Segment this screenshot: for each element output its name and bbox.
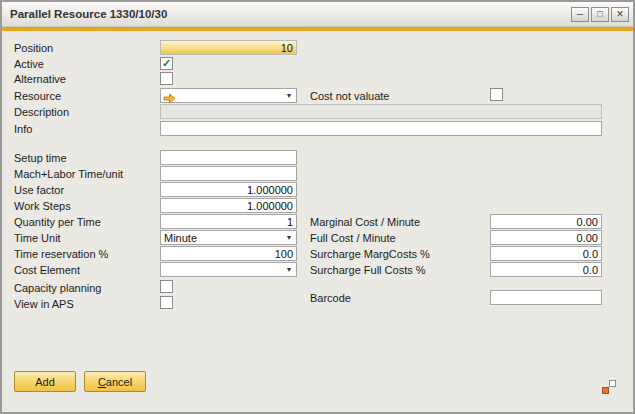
quantity-per-time-input[interactable] xyxy=(160,214,297,229)
marginal-cost-minute-label: Marginal Cost / Minute xyxy=(310,216,420,228)
work-steps-input[interactable] xyxy=(160,198,297,213)
active-label: Active xyxy=(14,58,44,70)
resource-select[interactable]: ▼ xyxy=(160,88,297,103)
add-button[interactable]: Add xyxy=(14,371,76,392)
active-checkbox[interactable]: ✓ xyxy=(160,57,173,70)
maximize-icon: □ xyxy=(597,10,602,19)
position-input[interactable] xyxy=(160,40,297,55)
info-label: Info xyxy=(14,123,32,135)
cost-not-valuate-checkbox[interactable]: ✓ xyxy=(490,88,503,101)
maximize-button[interactable]: □ xyxy=(591,7,609,22)
surcharge-margcosts-input[interactable] xyxy=(490,246,602,261)
view-in-aps-checkbox[interactable]: ✓ xyxy=(160,296,173,309)
chevron-down-icon[interactable]: ▼ xyxy=(283,263,295,276)
chevron-down-icon[interactable]: ▼ xyxy=(283,231,295,244)
time-reservation-label: Time reservation % xyxy=(14,248,108,260)
position-label: Position xyxy=(14,42,53,54)
mach-labor-time-input[interactable] xyxy=(160,166,297,181)
quantity-per-time-label: Quantity per Time xyxy=(14,216,101,228)
close-button[interactable]: × xyxy=(611,7,629,22)
description-label: Description xyxy=(14,106,69,118)
setup-time-label: Setup time xyxy=(14,152,67,164)
dialog-window: Parallel Resource 1330/10/30 ─ □ × Posit… xyxy=(0,0,635,414)
time-reservation-input[interactable] xyxy=(160,246,297,261)
cancel-accelerator: C xyxy=(98,376,106,388)
expand-form-icon[interactable] xyxy=(602,380,616,394)
surcharge-full-costs-input[interactable] xyxy=(490,262,602,277)
alternative-checkbox[interactable]: ✓ xyxy=(160,72,173,85)
cancel-label-rest: ancel xyxy=(106,376,132,388)
window-controls: ─ □ × xyxy=(571,7,629,22)
resource-label: Resource xyxy=(14,90,61,102)
surcharge-margcosts-label: Surcharge MargCosts % xyxy=(310,248,430,260)
full-cost-minute-input[interactable] xyxy=(490,230,602,245)
time-unit-label: Time Unit xyxy=(14,232,61,244)
capacity-planning-label: Capacity planning xyxy=(14,282,101,294)
cost-element-label: Cost Element xyxy=(14,264,80,276)
description-input xyxy=(160,104,602,119)
use-factor-label: Use factor xyxy=(14,184,64,196)
view-in-aps-label: View in APS xyxy=(14,298,74,310)
barcode-input[interactable] xyxy=(490,290,602,305)
time-unit-select[interactable]: Minute ▼ xyxy=(160,230,297,245)
info-input[interactable] xyxy=(160,121,602,136)
minimize-icon: ─ xyxy=(577,10,583,19)
capacity-planning-checkbox[interactable]: ✓ xyxy=(160,280,173,293)
cost-element-select[interactable]: ▼ xyxy=(160,262,297,277)
surcharge-full-costs-label: Surcharge Full Costs % xyxy=(310,264,426,276)
checkmark-icon: ✓ xyxy=(162,58,171,69)
time-unit-value: Minute xyxy=(164,232,282,244)
full-cost-minute-label: Full Cost / Minute xyxy=(310,232,396,244)
setup-time-input[interactable] xyxy=(160,150,297,165)
work-steps-label: Work Steps xyxy=(14,200,71,212)
use-factor-input[interactable] xyxy=(160,182,297,197)
titlebar: Parallel Resource 1330/10/30 ─ □ × xyxy=(2,2,633,27)
minimize-button[interactable]: ─ xyxy=(571,7,589,22)
marginal-cost-minute-input[interactable] xyxy=(490,214,602,229)
window-title: Parallel Resource 1330/10/30 xyxy=(10,8,571,20)
cost-not-valuate-label: Cost not valuate xyxy=(310,90,390,102)
cancel-button[interactable]: Cancel xyxy=(84,371,146,392)
alternative-label: Alternative xyxy=(14,73,66,85)
close-icon: × xyxy=(616,8,623,20)
link-arrow-icon[interactable] xyxy=(163,90,176,101)
chevron-down-icon[interactable]: ▼ xyxy=(283,89,295,102)
gold-accent-bar xyxy=(2,27,633,31)
barcode-label: Barcode xyxy=(310,292,351,304)
mach-labor-time-label: Mach+Labor Time/unit xyxy=(14,168,123,180)
